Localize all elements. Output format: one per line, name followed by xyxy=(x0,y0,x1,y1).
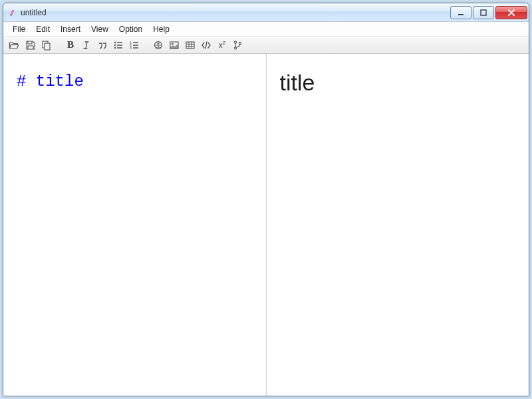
svg-text:3: 3 xyxy=(130,45,132,49)
superscript-icon: x2 xyxy=(219,40,225,50)
globe-icon xyxy=(153,40,164,51)
svg-rect-1 xyxy=(481,10,486,15)
svg-rect-13 xyxy=(186,42,194,49)
window-controls xyxy=(449,6,527,19)
bold-icon: B xyxy=(67,39,74,51)
menu-help[interactable]: Help xyxy=(148,23,175,35)
image-button[interactable] xyxy=(167,38,182,53)
table-button[interactable] xyxy=(183,38,198,53)
svg-point-4 xyxy=(114,41,116,43)
menu-file[interactable]: File xyxy=(7,23,31,35)
svg-rect-0 xyxy=(458,14,464,15)
branch-icon xyxy=(233,40,243,51)
save-button[interactable] xyxy=(23,38,38,53)
preview-heading: title xyxy=(280,70,516,96)
copy-button[interactable] xyxy=(39,38,54,53)
svg-point-14 xyxy=(234,41,236,43)
bold-button[interactable]: B xyxy=(63,38,78,53)
toolbar-separator xyxy=(55,39,62,52)
editor-pane[interactable]: # title xyxy=(3,54,267,396)
folder-open-icon xyxy=(9,40,20,51)
content-area: # title title xyxy=(3,54,529,396)
menu-view[interactable]: View xyxy=(86,23,114,35)
table-icon xyxy=(185,40,196,51)
list-ol-icon: 123 xyxy=(129,40,140,51)
svg-point-16 xyxy=(239,42,241,44)
quote-icon xyxy=(97,40,108,51)
unordered-list-button[interactable] xyxy=(111,38,126,53)
italic-button[interactable] xyxy=(79,38,94,53)
list-ul-icon xyxy=(113,40,124,51)
editor-text: # title xyxy=(17,72,84,90)
menu-insert[interactable]: Insert xyxy=(55,23,86,35)
svg-point-6 xyxy=(114,47,116,48)
branch-button[interactable] xyxy=(231,38,245,53)
app-window: untitled File Edit Insert View Option He… xyxy=(3,3,529,396)
maximize-button[interactable] xyxy=(473,6,494,19)
image-icon xyxy=(169,40,180,51)
copy-icon xyxy=(41,40,52,51)
minimize-button[interactable] xyxy=(450,6,471,19)
app-icon xyxy=(7,7,18,18)
link-button[interactable] xyxy=(151,38,166,53)
toolbar: B 123 x2 xyxy=(3,37,529,54)
window-title: untitled xyxy=(21,8,449,17)
titlebar[interactable]: untitled xyxy=(3,3,529,22)
italic-icon xyxy=(81,40,92,51)
superscript-button[interactable]: x2 xyxy=(215,38,229,53)
svg-rect-3 xyxy=(45,43,50,50)
code-icon xyxy=(201,40,211,51)
quote-button[interactable] xyxy=(95,38,110,53)
toolbar-separator xyxy=(143,39,150,52)
svg-point-15 xyxy=(234,47,236,49)
svg-point-5 xyxy=(114,44,116,45)
ordered-list-button[interactable]: 123 xyxy=(127,38,142,53)
save-icon xyxy=(25,40,36,51)
menubar: File Edit Insert View Option Help xyxy=(3,22,529,37)
close-button[interactable] xyxy=(495,6,527,19)
preview-pane: title xyxy=(267,54,529,396)
open-file-button[interactable] xyxy=(7,38,22,53)
menu-option[interactable]: Option xyxy=(114,23,148,35)
menu-edit[interactable]: Edit xyxy=(31,23,55,35)
svg-point-12 xyxy=(172,43,173,44)
code-button[interactable] xyxy=(199,38,213,53)
